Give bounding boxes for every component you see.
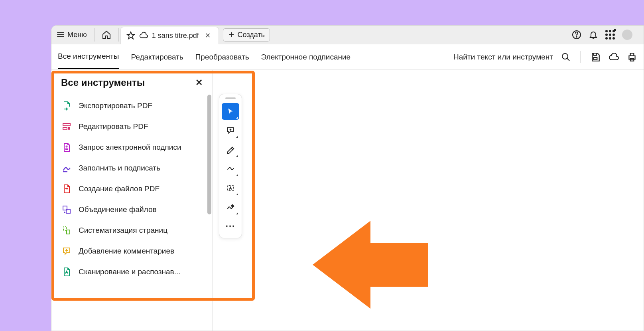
tab-all-tools[interactable]: Все инструменты [58,45,119,69]
toolbar-right: Найти текст или инструмент [453,51,637,63]
home-icon [102,30,111,40]
tab-title: 1 sans titre.pdf [152,32,199,40]
search-icon[interactable] [561,52,571,62]
tool-organize-pages[interactable]: Систематизация страниц [55,220,209,241]
select-tool-button[interactable] [222,103,239,120]
organize-pages-icon [62,226,71,235]
scan-ocr-icon [62,267,71,277]
highlighter-icon [226,145,235,154]
help-icon [572,30,581,40]
drag-grip-icon[interactable] [225,97,236,99]
annotation-arrow [313,221,428,309]
comment-plus-icon [226,126,235,135]
tab-convert[interactable]: Преобразовать [195,46,249,69]
close-tab-button[interactable]: × [203,30,213,41]
tool-edit-pdf[interactable]: Редактировать PDF [55,116,209,137]
tool-label: Запрос электронной подписи [79,143,181,152]
tool-label: Систематизация страниц [79,226,167,235]
svg-rect-13 [67,230,70,234]
home-button[interactable] [96,30,117,40]
vertical-quick-toolbar: ··· [219,94,242,238]
create-button[interactable]: Создать [223,28,270,42]
scrollbar-thumb[interactable] [207,95,211,214]
tool-add-comments[interactable]: Добавление комментариев [55,241,209,262]
arrow-left-icon [313,221,428,309]
save-icon[interactable] [590,52,601,62]
notifications-button[interactable] [589,30,598,40]
separator [580,51,581,63]
apps-button[interactable] [605,30,615,40]
separator [94,28,95,42]
tool-label: Добавление комментариев [79,247,174,256]
tool-combine-files[interactable]: Объединение файлов [55,199,209,220]
tool-label: Заполнить и подписать [79,164,160,172]
panel-title: Все инструменты [61,77,145,88]
add-comments-icon [62,246,71,256]
sign-tool-button[interactable] [222,199,239,216]
tab-esign[interactable]: Электронное подписание [261,46,351,69]
tool-scan-ocr[interactable]: Сканирование и распознав... [55,262,209,282]
tool-label: Создание файлов PDF [79,184,160,193]
comment-tool-button[interactable] [222,122,239,139]
more-icon: ··· [226,221,235,232]
cloud-sync-icon[interactable] [609,52,619,62]
close-panel-button[interactable]: ✕ [195,77,203,88]
highlight-tool-button[interactable] [222,141,239,158]
svg-rect-5 [630,53,634,56]
panel-header: Все инструменты ✕ [51,70,212,92]
more-tools-button[interactable]: ··· [222,218,239,235]
menu-button[interactable]: Меню [51,26,93,44]
signature-icon [226,203,235,212]
request-signature-icon [62,143,71,152]
tool-request-signature[interactable]: Запрос электронной подписи [55,137,209,158]
bell-icon [589,30,598,40]
svg-point-9 [66,146,67,147]
cloud-icon [139,31,148,40]
svg-rect-8 [63,127,67,130]
tools-panel: Все инструменты ✕ Экспортировать PDF Ред… [51,70,213,331]
tool-label: Экспортировать PDF [79,101,152,110]
create-label: Создать [238,31,265,39]
user-avatar[interactable] [622,30,632,40]
tool-export-pdf[interactable]: Экспортировать PDF [55,95,209,116]
create-pdf-icon [62,184,71,194]
content-area: Все инструменты ✕ Экспортировать PDF Ред… [51,70,644,331]
export-pdf-icon [62,101,71,111]
titlebar-right [572,30,644,40]
plus-icon [228,32,234,38]
text-select-icon [226,184,235,192]
print-icon[interactable] [627,52,637,62]
svg-rect-7 [63,123,70,126]
combine-files-icon [62,205,71,214]
menu-label: Меню [67,31,87,39]
tool-label: Редактировать PDF [79,122,148,131]
separator [118,28,119,42]
app-window: Меню 1 sans titre.pdf × Создать [51,25,644,331]
svg-rect-12 [63,227,67,231]
tool-label: Объединение файлов [79,205,157,214]
star-icon[interactable] [126,31,135,40]
help-button[interactable] [572,30,581,40]
tool-create-pdf[interactable]: Создание файлов PDF [55,178,209,199]
freehand-icon [226,165,235,173]
hamburger-icon [57,32,64,37]
notification-dot [614,29,616,31]
main-toolbar: Все инструменты Редактировать Преобразов… [51,44,644,70]
cursor-icon [226,107,234,115]
document-tab[interactable]: 1 sans titre.pdf × [120,27,219,44]
draw-tool-button[interactable] [222,161,239,177]
edit-pdf-icon [62,122,71,131]
tool-list: Экспортировать PDF Редактировать PDF Зап… [51,92,212,285]
textbox-tool-button[interactable] [222,180,239,196]
search-placeholder-text[interactable]: Найти текст или инструмент [453,53,553,61]
svg-point-1 [576,37,577,38]
svg-point-2 [562,54,568,59]
tool-label: Сканирование и распознав... [79,268,181,276]
tab-edit[interactable]: Редактировать [131,46,183,69]
fill-sign-icon [62,163,71,173]
titlebar: Меню 1 sans titre.pdf × Создать [51,26,644,44]
svg-rect-3 [594,57,597,59]
tool-fill-sign[interactable]: Заполнить и подписать [55,158,209,178]
bento-icon [605,30,615,40]
